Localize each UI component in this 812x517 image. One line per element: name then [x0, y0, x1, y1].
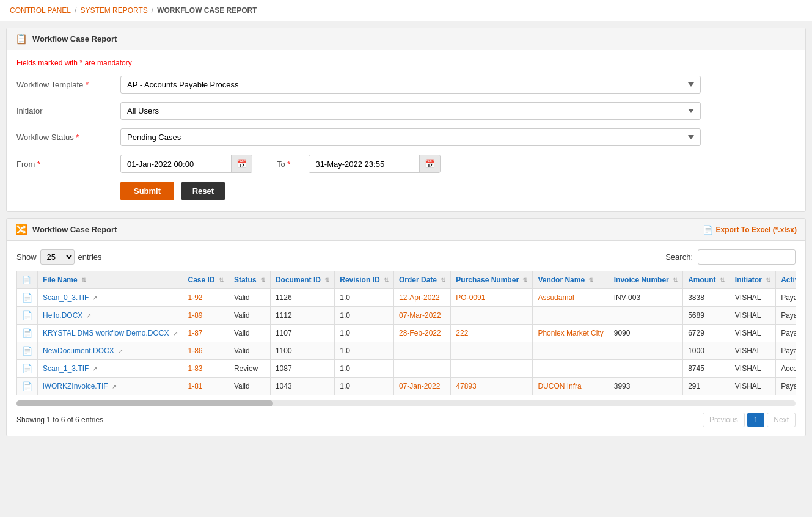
row-vendor-name	[533, 307, 609, 324]
from-calendar-button[interactable]: 📅	[231, 155, 252, 172]
row-case-id: 1-89	[183, 307, 229, 324]
docx-icon: 📄	[22, 328, 32, 338]
file-name-link[interactable]: KRYSTAL DMS workflow Demo.DOCX	[43, 329, 169, 337]
col-file-icon: 📄	[17, 271, 38, 289]
col-file-name[interactable]: File Name ⇅	[38, 271, 183, 289]
col-case-id[interactable]: Case ID ⇅	[183, 271, 229, 289]
sort-revision-id: ⇅	[384, 277, 389, 284]
search-label: Search:	[665, 252, 693, 262]
to-date-input[interactable]	[309, 156, 419, 172]
sort-status: ⇅	[260, 277, 265, 284]
row-status: Valid	[229, 324, 270, 342]
row-revision-id: 1.0	[335, 342, 394, 360]
row-document-id: 1112	[270, 307, 334, 324]
row-activity: Payable	[776, 289, 796, 307]
row-purchase-number	[451, 360, 533, 378]
file-name-link[interactable]: Scan_0_3.TIF	[43, 293, 89, 302]
row-order-date: 28-Feb-2022	[393, 324, 450, 342]
breadcrumb-sep-1: /	[75, 6, 76, 15]
show-entries-group: Show 25 10 50 100 entries	[16, 249, 102, 265]
table-row: 📄 NewDocument.DOCX ↗ 1-86 Valid 1100 1.0…	[17, 342, 796, 360]
row-case-id: 1-92	[183, 289, 229, 307]
breadcrumb-control-panel[interactable]: CONTROL PANEL	[10, 6, 71, 15]
showing-info: Showing 1 to 6 of 6 entries	[16, 416, 103, 424]
submit-button[interactable]: Submit	[120, 182, 174, 200]
col-revision-id[interactable]: Revision ID ⇅	[335, 271, 394, 289]
results-panel: 🔀 Workflow Case Report 📄 Export To Excel…	[6, 218, 806, 436]
row-order-date: 07-Mar-2022	[393, 307, 450, 324]
file-name-link[interactable]: NewDocument.DOCX	[43, 346, 114, 355]
page-1-button[interactable]: 1	[747, 413, 765, 427]
table-footer: Showing 1 to 6 of 6 entries Previous 1 N…	[16, 413, 796, 427]
form-panel-title: Workflow Case Report	[32, 34, 117, 43]
row-revision-id: 1.0	[335, 307, 394, 324]
workflow-status-row: Workflow Status * Pending Cases	[16, 128, 796, 146]
row-file-name: iWORKZInvoice.TIF ↗	[38, 378, 183, 395]
from-date-input[interactable]	[121, 156, 231, 172]
col-vendor-name[interactable]: Vendor Name ⇅	[533, 271, 609, 289]
col-document-id[interactable]: Document ID ⇅	[270, 271, 334, 289]
row-status: Valid	[229, 342, 270, 360]
workflow-form-icon: 📋	[15, 33, 27, 45]
col-activity[interactable]: Activity ⇅	[776, 271, 796, 289]
row-case-id: 1-81	[183, 378, 229, 395]
row-status: Review	[229, 360, 270, 378]
form-buttons-row: Submit Reset	[16, 182, 796, 200]
file-name-link[interactable]: iWORKZInvoice.TIF	[43, 382, 108, 391]
search-input[interactable]	[698, 249, 796, 265]
breadcrumb-system-reports[interactable]: SYSTEM REPORTS	[80, 6, 147, 15]
table-scroll-area: 📄 File Name ⇅ Case ID ⇅ Status ⇅	[16, 271, 796, 395]
col-invoice-number[interactable]: Invoice Number ⇅	[609, 271, 682, 289]
row-invoice-number	[609, 307, 682, 324]
workflow-status-select[interactable]: Pending Cases	[120, 128, 701, 146]
row-status: Valid	[229, 378, 270, 395]
sort-purchase-number: ⇅	[522, 277, 527, 284]
sort-invoice-number: ⇅	[673, 277, 678, 284]
row-initiator: VISHAL	[730, 378, 775, 395]
form-panel: 📋 Workflow Case Report Fields marked wit…	[6, 28, 806, 212]
row-activity: Payable	[776, 307, 796, 324]
row-file-type-icon: 📄	[17, 360, 38, 378]
reset-button[interactable]: Reset	[181, 182, 225, 200]
col-purchase-number[interactable]: Purchase Number ⇅	[451, 271, 533, 289]
horizontal-scrollbar[interactable]	[16, 400, 796, 406]
row-invoice-number: INV-003	[609, 289, 682, 307]
next-page-button[interactable]: Next	[767, 413, 796, 427]
row-invoice-number	[609, 342, 682, 360]
row-file-name: Scan_1_3.TIF ↗	[38, 360, 183, 378]
col-status[interactable]: Status ⇅	[229, 271, 270, 289]
workflow-template-select[interactable]: AP - Accounts Payable Process	[120, 76, 701, 94]
results-panel-title: Workflow Case Report	[32, 225, 117, 234]
row-amount: 291	[683, 378, 730, 395]
previous-page-button[interactable]: Previous	[703, 413, 745, 427]
scroll-thumb[interactable]	[16, 400, 273, 406]
export-excel-link[interactable]: 📄 Export To Excel (*.xlsx)	[703, 225, 797, 235]
row-activity: Payable	[776, 378, 796, 395]
row-invoice-number	[609, 360, 682, 378]
docx-icon: 📄	[22, 310, 32, 320]
row-vendor-name: DUCON Infra	[533, 378, 609, 395]
row-activity: Payable	[776, 342, 796, 360]
mandatory-note: Fields marked with * are mandatory	[16, 59, 796, 67]
entries-select[interactable]: 25 10 50 100	[40, 249, 75, 265]
date-range-row: From * 📅 To * 📅	[16, 155, 796, 173]
show-label: Show	[16, 252, 37, 262]
row-order-date	[393, 342, 450, 360]
row-file-name: Hello.DOCX ↗	[38, 307, 183, 324]
to-calendar-button[interactable]: 📅	[419, 155, 440, 172]
col-initiator[interactable]: Initiator ⇅	[730, 271, 775, 289]
row-document-id: 1107	[270, 324, 334, 342]
initiator-select[interactable]: All Users	[120, 102, 701, 120]
col-amount[interactable]: Amount ⇅	[683, 271, 730, 289]
file-name-link[interactable]: Scan_1_3.TIF	[43, 364, 89, 373]
row-order-date: 12-Apr-2022	[393, 289, 450, 307]
table-controls: Show 25 10 50 100 entries Search:	[16, 249, 796, 265]
file-name-link[interactable]: Hello.DOCX	[43, 311, 82, 320]
row-file-type-icon: 📄	[17, 324, 38, 342]
pagination: Previous 1 Next	[703, 413, 796, 427]
row-revision-id: 1.0	[335, 289, 394, 307]
row-document-id: 1087	[270, 360, 334, 378]
row-amount: 3838	[683, 289, 730, 307]
col-order-date[interactable]: Order Date ⇅	[393, 271, 450, 289]
external-link-icon: ↗	[92, 365, 97, 372]
